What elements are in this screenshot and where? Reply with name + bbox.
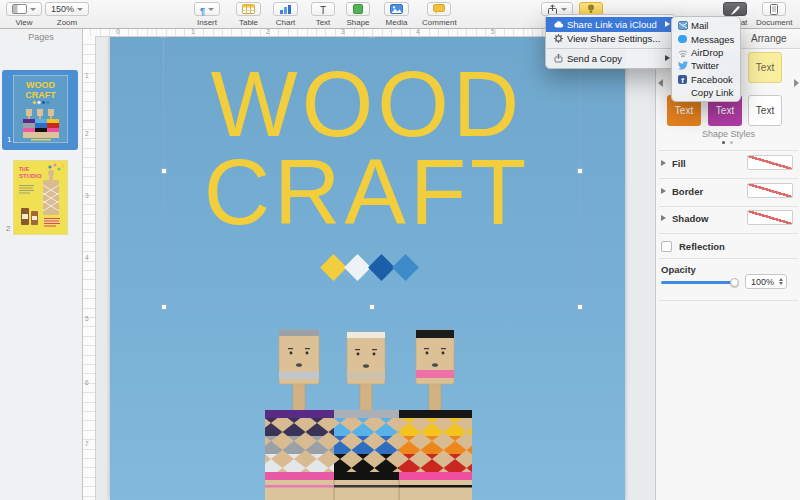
vertical-ruler: 1 2 3 4 5 6 7	[82, 36, 96, 500]
chart-icon	[279, 4, 292, 14]
airdrop-icon	[677, 47, 688, 57]
view-icon	[12, 4, 27, 14]
svg-text:THE: THE	[19, 166, 30, 172]
chevron-down-icon	[208, 8, 214, 11]
wooden-cabinet	[265, 410, 472, 500]
menu-item-view-share-settings[interactable]: View Share Settings...	[546, 32, 676, 47]
media-icon	[390, 4, 403, 14]
send-copy-icon	[552, 53, 564, 63]
text-button[interactable]	[311, 2, 335, 16]
shadow-none-swatch[interactable]	[747, 210, 793, 225]
submenu-item-airdrop[interactable]: AirDrop	[672, 46, 740, 59]
preset-label: Text	[756, 62, 774, 73]
submenu-item-label: Twitter	[691, 60, 719, 71]
submenu-arrow-icon	[665, 55, 670, 61]
shape-icon	[353, 4, 363, 14]
zoom-button[interactable]: 150%	[45, 2, 89, 16]
page-2-thumbnail[interactable]: THE STUDIO	[13, 160, 68, 235]
chevron-down-icon	[77, 8, 83, 11]
ruler-tick: 4	[85, 254, 89, 261]
gear-icon	[552, 34, 564, 43]
share-dropdown-menu: Share Link via iCloud View Share Setting…	[545, 14, 677, 69]
ruler-tick: 7	[85, 440, 89, 447]
ruler-tick: 1	[85, 72, 89, 79]
mail-icon	[677, 21, 688, 31]
zoom-value: 150%	[51, 4, 74, 14]
media-button[interactable]	[384, 2, 409, 16]
ruler-tick: 2	[266, 28, 270, 35]
selection-handle[interactable]	[577, 168, 583, 174]
reflection-checkbox[interactable]	[661, 241, 672, 252]
share-icon	[547, 4, 558, 15]
view-button[interactable]	[6, 2, 42, 16]
text-style-preset-white[interactable]: Text	[748, 95, 782, 126]
ruler-tick: 0	[116, 28, 120, 35]
stepper-arrows-icon[interactable]	[779, 278, 783, 285]
ruler-tick: 4	[416, 28, 420, 35]
text-icon	[320, 0, 326, 18]
fill-none-swatch[interactable]	[747, 155, 793, 170]
text-box-selection	[163, 34, 581, 308]
tab-arrange[interactable]: Arrange	[751, 33, 787, 44]
chevron-down-icon	[30, 8, 36, 11]
shadow-label: Shadow	[672, 213, 708, 224]
table-icon	[242, 4, 255, 14]
comment-button[interactable]	[427, 2, 451, 16]
border-none-swatch[interactable]	[747, 183, 793, 198]
page-1-number: 1	[7, 135, 11, 144]
presets-next-arrow[interactable]	[794, 79, 799, 87]
svg-text:WOOD: WOOD	[26, 80, 55, 90]
submenu-item-label: Copy Link	[691, 87, 733, 98]
ruler-tick: 5	[85, 315, 89, 322]
view-control: View	[6, 2, 42, 27]
fill-label: Fill	[672, 158, 686, 169]
document-button[interactable]	[762, 2, 786, 16]
opacity-label: Opacity	[661, 264, 696, 275]
menu-item-share-link-via-icloud[interactable]: Share Link via iCloud	[546, 17, 676, 32]
selection-handle[interactable]	[161, 168, 167, 174]
no-icon-spacer	[677, 88, 688, 98]
insert-button[interactable]	[194, 2, 220, 16]
opacity-stepper[interactable]: 100%	[745, 274, 787, 289]
text-control: Text	[311, 2, 335, 27]
selection-handle[interactable]	[161, 304, 167, 310]
page-1-thumbnail[interactable]: WOOD CRAFT	[13, 75, 68, 143]
icloud-icon	[552, 20, 564, 28]
shape-button[interactable]	[346, 2, 370, 16]
chevron-down-icon	[561, 8, 567, 11]
svg-text:STUDIO: STUDIO	[19, 173, 42, 179]
ruler-tick: 6	[85, 379, 89, 386]
paintbrush-icon	[729, 4, 741, 15]
preset-label: Text	[756, 105, 774, 116]
submenu-item-mail[interactable]: Mail	[672, 19, 740, 32]
selection-handle[interactable]	[369, 304, 375, 310]
document-icon	[769, 4, 779, 15]
submenu-item-twitter[interactable]: Twitter	[672, 59, 740, 72]
menu-item-send-a-copy[interactable]: Send a Copy	[546, 51, 676, 66]
presets-prev-arrow[interactable]	[658, 79, 663, 87]
disclosure-triangle-icon	[661, 160, 666, 166]
presets-page-dots[interactable]	[722, 141, 733, 144]
menu-item-label: View Share Settings...	[567, 33, 660, 44]
ruler-tick: 2	[85, 130, 89, 137]
submenu-item-copy-link[interactable]: Copy Link	[672, 86, 740, 99]
comment-label: Comment	[422, 18, 457, 27]
selection-handle[interactable]	[577, 304, 583, 310]
opacity-slider-knob[interactable]	[730, 278, 739, 287]
menu-item-label: Send a Copy	[567, 53, 622, 64]
table-control: Table	[236, 2, 261, 27]
insert-icon	[200, 0, 205, 18]
opacity-slider[interactable]	[661, 281, 738, 284]
ruler-tick: 1	[191, 28, 195, 35]
submenu-item-messages[interactable]: Messages	[672, 32, 740, 45]
ruler-tick: 5	[491, 28, 495, 35]
submenu-item-facebook[interactable]: Facebook	[672, 73, 740, 86]
chart-button[interactable]	[273, 2, 298, 16]
facebook-icon	[677, 74, 688, 84]
format-button[interactable]	[723, 2, 747, 16]
text-style-preset-yellow[interactable]: Text	[748, 52, 782, 83]
comment-control: Comment	[422, 2, 457, 27]
share-submenu: Mail Messages AirDrop Twitter Facebook C…	[671, 16, 741, 102]
table-button[interactable]	[236, 2, 261, 16]
menu-item-label: Share Link via iCloud	[567, 19, 657, 30]
